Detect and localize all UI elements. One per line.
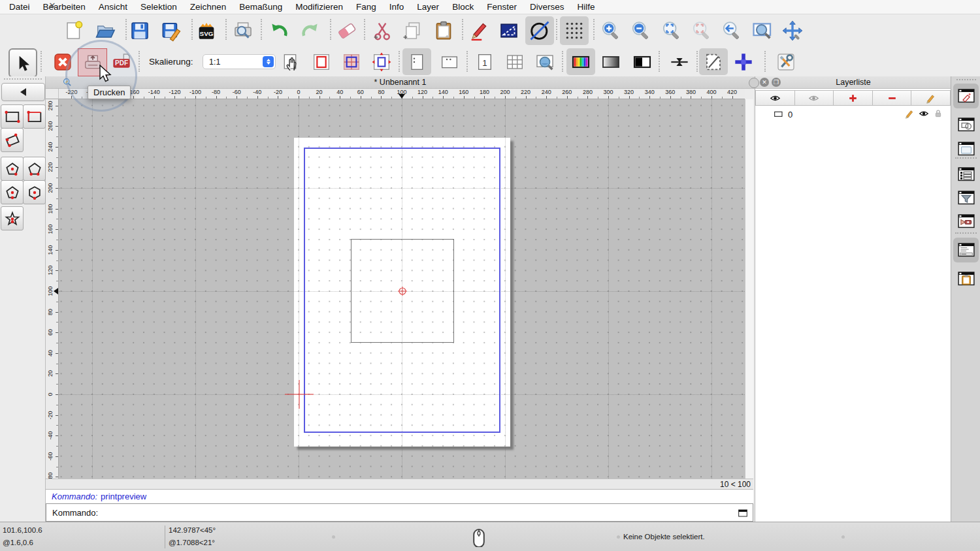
open-folder-button[interactable] xyxy=(91,16,120,45)
tool-rect-rotated-button[interactable] xyxy=(1,128,24,152)
pencil-icon[interactable] xyxy=(904,108,915,121)
command-window-button[interactable] xyxy=(736,507,749,518)
new-file-button[interactable] xyxy=(59,16,88,45)
close-x-button[interactable] xyxy=(48,48,77,75)
tab-close-button[interactable]: ✕ xyxy=(47,1,57,10)
crosshair-button[interactable] xyxy=(729,48,758,75)
menu-item-bearbeiten[interactable]: Bearbeiten xyxy=(37,2,92,12)
zoom-out-button[interactable] xyxy=(627,16,655,45)
paper-fit-button[interactable] xyxy=(367,48,396,75)
settings-button[interactable] xyxy=(772,48,800,75)
tool-poly-center-edge-button[interactable] xyxy=(1,180,24,204)
paper-tiled-button[interactable] xyxy=(337,48,366,75)
menu-item-fang[interactable]: Fang xyxy=(350,2,383,12)
minus-red-button[interactable] xyxy=(872,90,912,106)
dock-projector-button[interactable] xyxy=(953,209,979,234)
page-landscape-button[interactable] xyxy=(435,48,464,75)
line-width-button[interactable] xyxy=(665,48,694,75)
stepper-icon[interactable] xyxy=(263,56,274,67)
ruler-tick-label: 320 xyxy=(624,89,634,95)
command-input[interactable]: Kommando: xyxy=(46,503,753,522)
save-button[interactable] xyxy=(125,16,154,45)
layer-row[interactable]: 0 xyxy=(755,107,950,121)
eye-on-icon[interactable] xyxy=(919,108,929,121)
dock-clipboard-button[interactable] xyxy=(953,266,979,291)
tool-poly-two-vertex-button[interactable] xyxy=(23,157,46,181)
hand-pan-button[interactable] xyxy=(277,48,306,75)
page-diagonal-button[interactable] xyxy=(699,48,728,75)
dock-console-button[interactable] xyxy=(953,238,979,262)
menu-item-ansicht[interactable]: Ansicht xyxy=(92,2,134,12)
zoom-back-button[interactable] xyxy=(717,16,746,45)
snap-grid-button[interactable] xyxy=(560,16,589,45)
eye-on-button[interactable] xyxy=(755,90,795,106)
tool-rect-corners-button[interactable] xyxy=(1,104,24,129)
tool-hexagon-button[interactable] xyxy=(23,180,46,204)
menu-item-info[interactable]: Info xyxy=(383,2,411,12)
eye-off-button[interactable] xyxy=(794,90,834,106)
print-preview-button[interactable] xyxy=(229,16,257,45)
zoom-page-button[interactable] xyxy=(531,48,559,75)
redo-button[interactable] xyxy=(296,16,325,45)
menu-item-hilfe[interactable]: Hilfe xyxy=(570,2,601,12)
ruler-tick-label: -60 xyxy=(46,451,55,462)
dock-handle[interactable] xyxy=(4,78,42,80)
menu-item-diverses[interactable]: Diverses xyxy=(523,2,571,12)
dock-block-button[interactable] xyxy=(953,112,979,137)
undo-button[interactable] xyxy=(265,16,293,45)
menu-item-modifizieren[interactable]: Modifizieren xyxy=(289,2,350,12)
paste-button[interactable] xyxy=(429,16,458,45)
menu-item-block[interactable]: Block xyxy=(446,2,480,12)
pen-button[interactable] xyxy=(465,16,493,45)
draw-order-button[interactable] xyxy=(495,16,523,45)
printer-button[interactable] xyxy=(78,48,107,76)
dock-list-button[interactable] xyxy=(953,162,979,187)
circle-line-button[interactable] xyxy=(525,16,554,45)
svg-export-button[interactable]: SVG xyxy=(192,16,221,45)
zoom-window-button[interactable] xyxy=(748,16,777,45)
page-portrait-button[interactable] xyxy=(402,48,431,75)
ruler-tick xyxy=(56,353,58,354)
page-grid-button[interactable] xyxy=(500,48,529,75)
menu-item-layer[interactable]: Layer xyxy=(410,2,446,12)
eraser-button[interactable] xyxy=(333,16,361,45)
zoom-auto-button[interactable] xyxy=(657,16,686,45)
paper-border-button[interactable] xyxy=(307,48,336,75)
vertical-scrollbar[interactable] xyxy=(745,99,753,479)
color-bw-button[interactable] xyxy=(628,48,657,75)
ruler-tick-label: 300 xyxy=(603,89,613,95)
tool-poly-center-vertex-button[interactable] xyxy=(1,157,24,181)
tab-corner-button[interactable] xyxy=(749,78,759,88)
zoom-pan-button[interactable] xyxy=(778,16,807,45)
cut-button[interactable] xyxy=(367,16,396,45)
page-single-button[interactable]: 1 xyxy=(470,48,499,75)
menu-item-selektion[interactable]: Selektion xyxy=(134,2,184,12)
status-dot xyxy=(617,535,620,539)
save-as-button[interactable] xyxy=(157,16,186,45)
drawing-canvas[interactable] xyxy=(59,99,745,479)
color-full-button[interactable] xyxy=(566,48,595,75)
menu-item-bemaßung[interactable]: Bemaßung xyxy=(233,2,289,12)
select-arrow-button[interactable] xyxy=(8,48,37,78)
copy-button[interactable] xyxy=(398,16,427,45)
menu-item-zeichnen[interactable]: Zeichnen xyxy=(184,2,233,12)
scale-dropdown[interactable]: 1:1 xyxy=(203,54,276,69)
ruler-tick xyxy=(56,198,58,199)
menu-item-datei[interactable]: Datei xyxy=(3,2,37,12)
zoom-in-button[interactable] xyxy=(596,16,625,45)
plus-red-button[interactable] xyxy=(833,90,873,106)
tooltip: Drucken xyxy=(88,86,131,99)
back-button[interactable] xyxy=(1,83,45,101)
color-gray-button[interactable] xyxy=(596,48,625,75)
settings-icon xyxy=(776,52,796,72)
dock-layer-button[interactable] xyxy=(953,84,979,108)
pdf-export-button[interactable]: PDF xyxy=(107,48,136,75)
dock-handle[interactable] xyxy=(956,79,976,80)
tool-rect-edge-button[interactable] xyxy=(23,104,46,129)
close-x-icon xyxy=(52,52,73,72)
tool-star-button[interactable] xyxy=(1,206,24,230)
pencil-button[interactable] xyxy=(911,90,951,106)
lock-icon[interactable] xyxy=(933,108,943,121)
menu-item-fenster[interactable]: Fenster xyxy=(480,2,523,12)
dock-filter-button[interactable] xyxy=(953,185,979,210)
